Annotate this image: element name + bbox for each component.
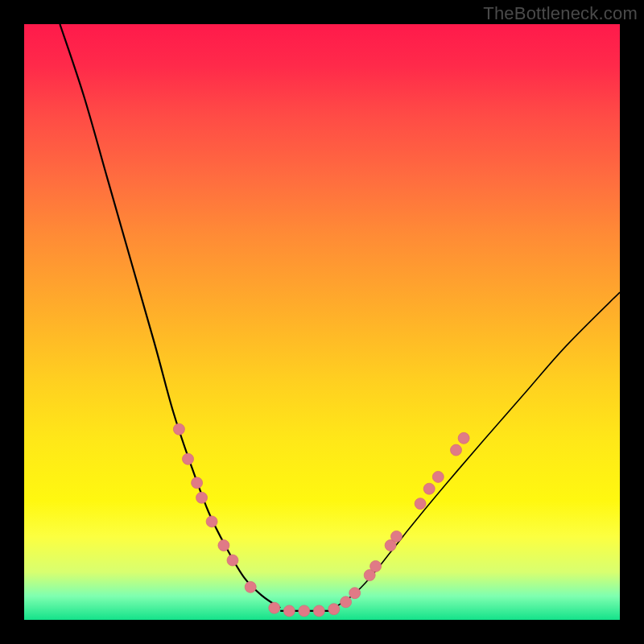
sample-dot [206,516,217,527]
chart-frame: TheBottleneck.com [0,0,644,644]
sample-dot [458,432,469,444]
sample-dot [173,423,184,435]
sample-dot [283,605,295,617]
sample-dot [451,444,462,456]
sample-dot [227,555,238,566]
left-curve [60,24,280,608]
sample-dot [269,602,280,613]
dots-group [173,423,469,617]
chart-svg [24,24,620,620]
sample-dot [432,471,444,482]
sample-dot [299,605,310,617]
sample-dot [341,597,352,608]
sample-dot [415,498,426,510]
sample-dot [328,604,340,615]
sample-dot [245,581,256,592]
sample-dot [183,453,194,464]
sample-dot [423,483,435,494]
plot-area [24,24,620,620]
sample-dot [192,477,203,489]
watermark-text: TheBottleneck.com [483,3,638,24]
sample-dot [349,588,361,599]
sample-dot [313,605,324,617]
sample-dot [370,560,382,572]
sample-dot [196,492,208,503]
sample-dot [218,540,229,551]
sample-dot [391,530,402,542]
curve-group [60,24,620,611]
